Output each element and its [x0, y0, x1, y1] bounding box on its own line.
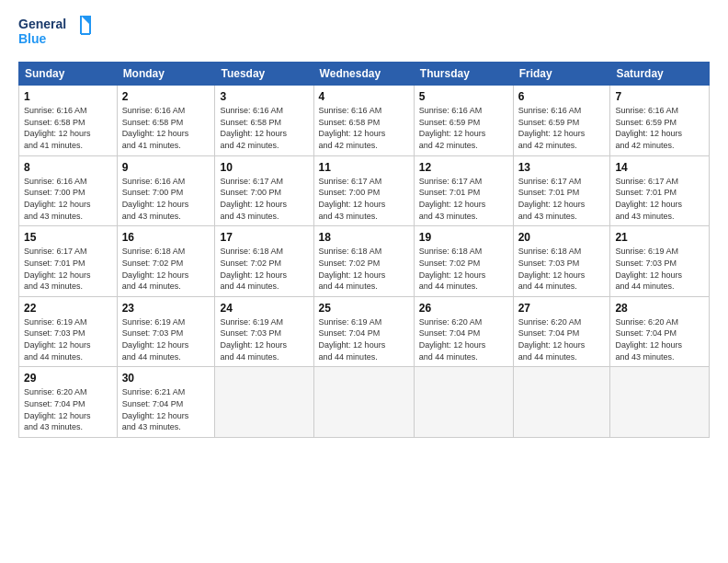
week-row-4: 22Sunrise: 6:19 AMSunset: 7:03 PMDayligh… — [19, 296, 710, 367]
day-number: 8 — [24, 160, 112, 175]
day-info: Sunrise: 6:17 AMSunset: 7:00 PMDaylight:… — [319, 176, 409, 222]
day-number: 22 — [24, 301, 112, 316]
calendar-cell — [610, 367, 710, 438]
calendar-cell: 17Sunrise: 6:18 AMSunset: 7:02 PMDayligh… — [215, 226, 313, 297]
calendar-cell: 25Sunrise: 6:19 AMSunset: 7:04 PMDayligh… — [313, 296, 414, 367]
day-number: 12 — [419, 160, 508, 175]
day-info: Sunrise: 6:17 AMSunset: 7:01 PMDaylight:… — [518, 176, 606, 222]
day-number: 2 — [122, 89, 210, 104]
day-number: 4 — [319, 89, 409, 104]
day-info: Sunrise: 6:16 AMSunset: 6:58 PMDaylight:… — [319, 105, 409, 151]
calendar-cell — [513, 367, 610, 438]
day-info: Sunrise: 6:20 AMSunset: 7:04 PMDaylight:… — [419, 316, 508, 362]
calendar-cell: 2Sunrise: 6:16 AMSunset: 6:58 PMDaylight… — [117, 86, 215, 156]
day-info: Sunrise: 6:16 AMSunset: 6:59 PMDaylight:… — [518, 105, 606, 151]
day-info: Sunrise: 6:16 AMSunset: 6:58 PMDaylight:… — [122, 105, 210, 151]
day-info: Sunrise: 6:20 AMSunset: 7:04 PMDaylight:… — [518, 316, 606, 362]
day-number: 9 — [122, 160, 210, 175]
day-info: Sunrise: 6:18 AMSunset: 7:02 PMDaylight:… — [319, 246, 409, 292]
day-header-wednesday: Wednesday — [313, 63, 414, 86]
calendar-cell — [414, 367, 513, 438]
day-number: 30 — [122, 371, 210, 385]
calendar-cell: 5Sunrise: 6:16 AMSunset: 6:59 PMDaylight… — [414, 86, 513, 156]
day-number: 23 — [122, 301, 210, 316]
day-info: Sunrise: 6:16 AMSunset: 6:58 PMDaylight:… — [24, 105, 112, 151]
calendar-cell: 8Sunrise: 6:16 AMSunset: 7:00 PMDaylight… — [19, 155, 118, 226]
day-info: Sunrise: 6:17 AMSunset: 7:01 PMDaylight:… — [419, 176, 508, 222]
day-number: 29 — [24, 371, 112, 385]
calendar-cell: 26Sunrise: 6:20 AMSunset: 7:04 PMDayligh… — [414, 296, 513, 367]
calendar-cell: 11Sunrise: 6:17 AMSunset: 7:00 PMDayligh… — [313, 155, 414, 226]
day-number: 20 — [518, 230, 606, 245]
day-header-tuesday: Tuesday — [215, 63, 313, 86]
day-number: 3 — [220, 89, 308, 104]
day-number: 13 — [518, 160, 606, 175]
day-header-saturday: Saturday — [610, 63, 710, 86]
calendar-cell: 24Sunrise: 6:19 AMSunset: 7:03 PMDayligh… — [215, 296, 313, 367]
calendar-cell: 22Sunrise: 6:19 AMSunset: 7:03 PMDayligh… — [19, 296, 118, 367]
day-info: Sunrise: 6:19 AMSunset: 7:03 PMDaylight:… — [122, 316, 210, 362]
week-row-3: 15Sunrise: 6:17 AMSunset: 7:01 PMDayligh… — [19, 226, 710, 297]
calendar-cell: 16Sunrise: 6:18 AMSunset: 7:02 PMDayligh… — [117, 226, 215, 297]
day-number: 19 — [419, 230, 508, 245]
calendar-cell: 29Sunrise: 6:20 AMSunset: 7:04 PMDayligh… — [19, 367, 118, 438]
calendar-cell: 15Sunrise: 6:17 AMSunset: 7:01 PMDayligh… — [19, 226, 118, 297]
day-info: Sunrise: 6:16 AMSunset: 7:00 PMDaylight:… — [122, 176, 210, 222]
calendar-cell: 1Sunrise: 6:16 AMSunset: 6:58 PMDaylight… — [19, 86, 118, 156]
day-number: 6 — [518, 89, 606, 104]
day-number: 11 — [319, 160, 409, 175]
day-info: Sunrise: 6:16 AMSunset: 7:00 PMDaylight:… — [24, 176, 112, 222]
week-row-2: 8Sunrise: 6:16 AMSunset: 7:00 PMDaylight… — [19, 155, 710, 226]
day-number: 7 — [615, 89, 704, 104]
day-info: Sunrise: 6:19 AMSunset: 7:03 PMDaylight:… — [220, 316, 308, 362]
page-header: General Blue — [18, 14, 710, 52]
week-row-1: 1Sunrise: 6:16 AMSunset: 6:58 PMDaylight… — [19, 86, 710, 156]
calendar-cell: 10Sunrise: 6:17 AMSunset: 7:00 PMDayligh… — [215, 155, 313, 226]
day-info: Sunrise: 6:17 AMSunset: 7:01 PMDaylight:… — [615, 176, 704, 222]
svg-text:Blue: Blue — [18, 31, 47, 46]
day-number: 16 — [122, 230, 210, 245]
calendar-cell: 30Sunrise: 6:21 AMSunset: 7:04 PMDayligh… — [117, 367, 215, 438]
calendar-cell: 23Sunrise: 6:19 AMSunset: 7:03 PMDayligh… — [117, 296, 215, 367]
calendar-cell: 27Sunrise: 6:20 AMSunset: 7:04 PMDayligh… — [513, 296, 610, 367]
calendar-cell: 9Sunrise: 6:16 AMSunset: 7:00 PMDaylight… — [117, 155, 215, 226]
day-number: 17 — [220, 230, 308, 245]
day-number: 18 — [319, 230, 409, 245]
svg-text:General: General — [18, 17, 66, 31]
calendar-cell: 3Sunrise: 6:16 AMSunset: 6:58 PMDaylight… — [215, 86, 313, 156]
day-info: Sunrise: 6:20 AMSunset: 7:04 PMDaylight:… — [24, 386, 112, 432]
day-number: 28 — [615, 301, 704, 316]
day-number: 15 — [24, 230, 112, 245]
calendar-cell: 4Sunrise: 6:16 AMSunset: 6:58 PMDaylight… — [313, 86, 414, 156]
day-header-sunday: Sunday — [19, 63, 118, 86]
day-number: 27 — [518, 301, 606, 316]
day-info: Sunrise: 6:16 AMSunset: 6:59 PMDaylight:… — [419, 105, 508, 151]
day-header-friday: Friday — [513, 63, 610, 86]
calendar-cell — [215, 367, 313, 438]
day-number: 24 — [220, 301, 308, 316]
day-info: Sunrise: 6:19 AMSunset: 7:03 PMDaylight:… — [24, 316, 112, 362]
day-header-thursday: Thursday — [414, 63, 513, 86]
calendar-cell: 13Sunrise: 6:17 AMSunset: 7:01 PMDayligh… — [513, 155, 610, 226]
logo-svg: General Blue — [18, 14, 92, 52]
day-number: 1 — [24, 89, 112, 104]
calendar-cell: 18Sunrise: 6:18 AMSunset: 7:02 PMDayligh… — [313, 226, 414, 297]
calendar-cell: 6Sunrise: 6:16 AMSunset: 6:59 PMDaylight… — [513, 86, 610, 156]
day-number: 5 — [419, 89, 508, 104]
calendar-cell: 7Sunrise: 6:16 AMSunset: 6:59 PMDaylight… — [610, 86, 710, 156]
day-number: 21 — [615, 230, 704, 245]
day-info: Sunrise: 6:17 AMSunset: 7:01 PMDaylight:… — [24, 246, 112, 292]
day-number: 14 — [615, 160, 704, 175]
calendar-cell: 20Sunrise: 6:18 AMSunset: 7:03 PMDayligh… — [513, 226, 610, 297]
day-info: Sunrise: 6:18 AMSunset: 7:02 PMDaylight:… — [419, 246, 508, 292]
day-info: Sunrise: 6:17 AMSunset: 7:00 PMDaylight:… — [220, 176, 308, 222]
calendar-cell: 28Sunrise: 6:20 AMSunset: 7:04 PMDayligh… — [610, 296, 710, 367]
day-number: 10 — [220, 160, 308, 175]
day-info: Sunrise: 6:18 AMSunset: 7:02 PMDaylight:… — [220, 246, 308, 292]
svg-marker-2 — [81, 16, 90, 25]
day-info: Sunrise: 6:18 AMSunset: 7:02 PMDaylight:… — [122, 246, 210, 292]
logo: General Blue — [18, 14, 92, 52]
day-info: Sunrise: 6:16 AMSunset: 6:58 PMDaylight:… — [220, 105, 308, 151]
day-info: Sunrise: 6:19 AMSunset: 7:03 PMDaylight:… — [615, 246, 704, 292]
day-number: 25 — [319, 301, 409, 316]
